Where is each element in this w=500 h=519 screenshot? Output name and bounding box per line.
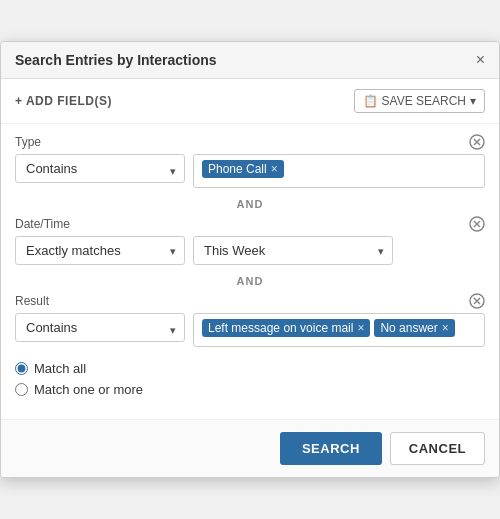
filter-label-type: Type	[15, 135, 41, 149]
datetime-operator-select[interactable]: Exactly matches Contains Before After	[15, 236, 185, 265]
type-operator-select[interactable]: Contains Does not contain Is empty Is no…	[15, 154, 185, 183]
remove-icon	[469, 216, 485, 232]
tag-left-message: Left message on voice mail ×	[202, 319, 370, 337]
dialog-title: Search Entries by Interactions	[15, 52, 217, 68]
tag-remove-phone-call[interactable]: ×	[271, 163, 278, 175]
match-one-row: Match one or more	[15, 382, 485, 397]
match-all-radio[interactable]	[15, 362, 28, 375]
match-section: Match all Match one or more	[15, 351, 485, 409]
datetime-value-select[interactable]: This Week Last Week This Month Last Mont…	[193, 236, 393, 265]
match-all-row: Match all	[15, 361, 485, 376]
filter-label-row-type: Type	[15, 134, 485, 150]
remove-filter-datetime-button[interactable]	[469, 216, 485, 232]
type-tags-box[interactable]: Phone Call ×	[193, 154, 485, 188]
remove-icon	[469, 293, 485, 309]
filter-row-type: Type Contains Does not contain Is empty	[15, 134, 485, 188]
result-operator-wrap: Contains Does not contain Is empty Is no…	[15, 313, 185, 347]
save-search-dropdown-arrow: ▾	[470, 94, 476, 108]
tag-no-answer: No answer ×	[374, 319, 454, 337]
match-all-label: Match all	[34, 361, 86, 376]
filter-row-datetime: Date/Time Exactly matches Contains Befor…	[15, 216, 485, 265]
match-one-radio[interactable]	[15, 383, 28, 396]
tag-remove-left-message[interactable]: ×	[357, 322, 364, 334]
save-icon: 📋	[363, 94, 378, 108]
and-separator-1: AND	[15, 192, 485, 216]
save-search-label: SAVE SEARCH	[382, 94, 466, 108]
dialog-toolbar: + ADD FIELD(S) 📋 SAVE SEARCH ▾	[1, 79, 499, 124]
tag-text: Phone Call	[208, 162, 267, 176]
search-button[interactable]: SEARCH	[280, 432, 382, 465]
remove-filter-type-button[interactable]	[469, 134, 485, 150]
filter-label-result: Result	[15, 294, 49, 308]
save-search-button[interactable]: 📋 SAVE SEARCH ▾	[354, 89, 485, 113]
dialog-header: Search Entries by Interactions ×	[1, 42, 499, 79]
and-separator-2: AND	[15, 269, 485, 293]
remove-icon	[469, 134, 485, 150]
search-entries-dialog: Search Entries by Interactions × + ADD F…	[0, 41, 500, 478]
filter-controls-result: Contains Does not contain Is empty Is no…	[15, 313, 485, 347]
match-one-label: Match one or more	[34, 382, 143, 397]
filter-row-result: Result Contains Does not contain Is empt…	[15, 293, 485, 347]
filter-controls-type: Contains Does not contain Is empty Is no…	[15, 154, 485, 188]
dialog-footer: SEARCH CANCEL	[1, 419, 499, 477]
type-operator-wrap: Contains Does not contain Is empty Is no…	[15, 154, 185, 188]
filter-controls-datetime: Exactly matches Contains Before After Th…	[15, 236, 485, 265]
tag-text: Left message on voice mail	[208, 321, 353, 335]
filter-label-datetime: Date/Time	[15, 217, 70, 231]
remove-filter-result-button[interactable]	[469, 293, 485, 309]
dialog-body: Type Contains Does not contain Is empty	[1, 124, 499, 419]
filter-label-row-datetime: Date/Time	[15, 216, 485, 232]
tag-text: No answer	[380, 321, 437, 335]
cancel-button[interactable]: CANCEL	[390, 432, 485, 465]
close-button[interactable]: ×	[476, 52, 485, 68]
tag-phone-call: Phone Call ×	[202, 160, 284, 178]
datetime-operator-wrap: Exactly matches Contains Before After	[15, 236, 185, 265]
filter-label-row-result: Result	[15, 293, 485, 309]
result-tags-box[interactable]: Left message on voice mail × No answer ×	[193, 313, 485, 347]
add-field-button[interactable]: + ADD FIELD(S)	[15, 94, 112, 108]
result-operator-select[interactable]: Contains Does not contain Is empty Is no…	[15, 313, 185, 342]
datetime-value-wrap: This Week Last Week This Month Last Mont…	[193, 236, 393, 265]
tag-remove-no-answer[interactable]: ×	[442, 322, 449, 334]
